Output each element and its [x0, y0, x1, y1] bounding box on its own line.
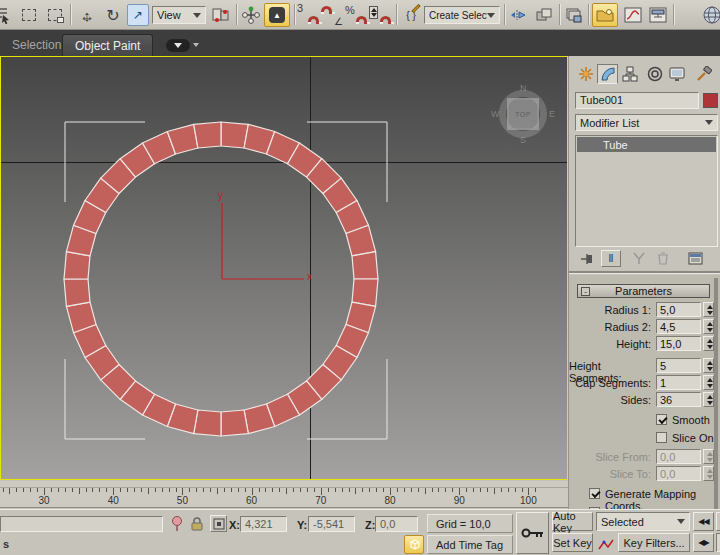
radius2-field[interactable]: 4,5 [656, 319, 701, 334]
ribbon-state-caret[interactable] [193, 43, 199, 47]
align-icon[interactable] [533, 4, 555, 26]
tab-display[interactable] [666, 64, 687, 84]
ruler-tick [508, 488, 509, 492]
viewcube-top-face[interactable]: TOP [507, 98, 539, 130]
key-mode-toggle-button[interactable]: ◀▶ [693, 533, 714, 552]
x-coord-field[interactable]: 4,321 [240, 516, 287, 532]
previous-frame-button[interactable]: ◀ [716, 512, 720, 531]
select-and-manipulate-icon[interactable] [240, 4, 262, 26]
spinner-snap-toggle-icon[interactable] [369, 4, 391, 26]
radius1-spinner[interactable] [703, 302, 714, 317]
z-coord-field[interactable]: 0,0 [375, 516, 418, 532]
use-pivot-point-center-icon[interactable] [210, 4, 232, 26]
radius2-spinner[interactable] [703, 319, 714, 334]
show-end-result-icon[interactable]: Ⅱ [601, 250, 621, 267]
viewcube-south: S [520, 135, 526, 145]
tab-hierarchy[interactable] [619, 64, 640, 84]
auto-key-button[interactable]: Auto Key [552, 512, 593, 531]
select-and-rotate-icon[interactable]: ↻ [102, 4, 124, 26]
make-unique-icon[interactable] [629, 250, 649, 267]
toolbar-separator [70, 4, 71, 25]
modifier-stack[interactable]: Tube [575, 135, 718, 247]
stack-item-tube[interactable]: Tube [577, 137, 716, 152]
collapse-rollout-button[interactable]: - [581, 287, 590, 296]
select-and-move-icon[interactable]: ↔ ↕ [76, 4, 98, 26]
height-segments-spinner[interactable] [703, 358, 714, 373]
viewport-top[interactable]: y x N S W E TOP [0, 56, 568, 480]
object-color-swatch[interactable] [703, 93, 718, 108]
tab-object-paint[interactable]: Object Paint [62, 34, 153, 56]
tab-utilities[interactable] [693, 64, 714, 84]
graphite-ribbon-toggle[interactable] [592, 3, 618, 27]
set-key-button[interactable]: Set Key [552, 533, 593, 552]
parameters-rollout-header[interactable]: - Parameters [577, 284, 710, 298]
rollout-scrollbar[interactable] [714, 278, 718, 511]
key-filter-selection-combo[interactable]: Selected [596, 512, 690, 531]
ruler-frame-number: 40 [108, 495, 119, 506]
window-crossing-icon[interactable] [44, 4, 66, 26]
add-time-tag[interactable]: Add Time Tag [427, 535, 513, 554]
mirror-icon[interactable] [508, 4, 530, 26]
angle-snap-toggle-icon[interactable]: ∠ [321, 4, 343, 26]
keyboard-override-toggle[interactable]: ▲ [264, 3, 290, 27]
sides-spinner[interactable] [703, 392, 714, 407]
selection-lock-icon[interactable] [190, 516, 204, 534]
default-in-out-tangents-icon[interactable] [596, 535, 616, 554]
set-key-mode-button[interactable] [516, 512, 549, 554]
edit-named-selection-sets-icon[interactable]: { } [400, 4, 422, 26]
tab-motion[interactable] [644, 64, 665, 84]
tab-create[interactable] [575, 64, 596, 84]
tab-modify[interactable] [597, 64, 618, 84]
configure-modifier-sets-icon[interactable] [685, 250, 705, 267]
reference-coordinate-combo[interactable]: View [152, 6, 206, 24]
select-and-scale-icon[interactable]: ↗ [127, 4, 149, 26]
snaps-toggle-3d-icon[interactable]: 3 [297, 4, 319, 26]
height-segments-field[interactable]: 5 [656, 358, 701, 373]
schematic-view-icon[interactable] [647, 4, 669, 26]
ruler-tick [397, 488, 398, 492]
viewcube[interactable]: N S W E TOP [495, 86, 551, 142]
pin-stack-icon[interactable] [577, 250, 597, 267]
generate-mapping-checkbox[interactable] [589, 488, 600, 499]
slice-on-checkbox[interactable] [656, 432, 667, 443]
object-name-field[interactable]: Tube001 [575, 92, 699, 109]
isolate-selection-icon[interactable] [170, 516, 184, 535]
go-to-start-button[interactable]: ◀◀ [693, 512, 714, 531]
remove-modifier-icon[interactable] [653, 250, 673, 267]
viewcube-west: W [491, 109, 500, 119]
percent-snap-toggle-icon[interactable]: % [345, 4, 367, 26]
layer-manager-icon[interactable] [563, 4, 585, 26]
track-bar-ruler[interactable]: 30405060708090100 [0, 488, 568, 508]
ribbon-state-button[interactable] [166, 39, 190, 52]
key-filters-button[interactable]: Key Filters... [618, 533, 690, 552]
ruler-tick [162, 488, 163, 492]
height-field[interactable]: 15,0 [656, 336, 701, 351]
material-editor-icon[interactable] [700, 4, 720, 26]
time-slider-strip[interactable] [0, 481, 568, 488]
radius1-field[interactable]: 5,0 [656, 302, 701, 317]
cap-segments-spinner[interactable] [703, 375, 714, 390]
rectangular-selection-icon[interactable] [18, 4, 40, 26]
main-toolbar: ↔ ↕ ↻ ↗ View ▲ 3 ∠ % { } Create S [0, 0, 720, 30]
ruler-frame-number: 30 [38, 495, 49, 506]
ruler-tick [473, 488, 474, 492]
y-coord-field[interactable]: -5,541 [308, 516, 355, 532]
ruler-tick [515, 488, 516, 492]
absolute-offset-mode-toggle[interactable] [210, 515, 227, 532]
chevron-down-icon [487, 13, 495, 18]
command-panel: Tube001 Modifier List Tube Ⅱ - Parameter… [568, 56, 720, 513]
select-by-name-icon[interactable] [0, 4, 12, 26]
named-selection-set-combo[interactable]: Create Selection Se [424, 6, 500, 24]
height-spinner[interactable] [703, 336, 714, 351]
current-frame-field[interactable]: 0 [716, 533, 720, 552]
sides-field[interactable]: 36 [656, 392, 701, 407]
maxscript-mini-listener[interactable] [0, 516, 163, 532]
modifier-list-dropdown[interactable]: Modifier List [575, 114, 718, 131]
ruler-tick [245, 488, 246, 492]
adaptive-degradation-toggle[interactable] [404, 535, 424, 554]
smooth-checkbox[interactable] [656, 414, 667, 425]
ruler-tick [189, 488, 190, 492]
chevron-down-icon [705, 120, 713, 125]
cap-segments-field[interactable]: 1 [656, 375, 701, 390]
curve-editor-icon[interactable] [622, 4, 644, 26]
